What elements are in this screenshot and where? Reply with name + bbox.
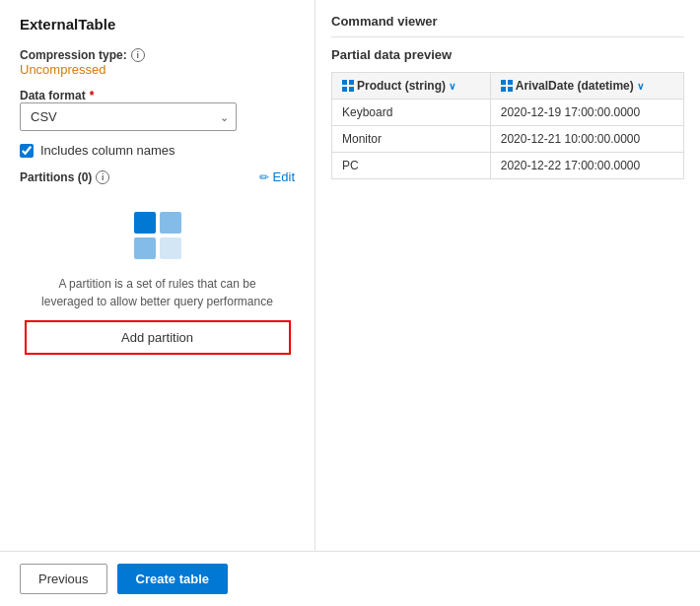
- cell-product: PC: [332, 153, 491, 179]
- edit-link[interactable]: ✏ Edit: [259, 169, 295, 184]
- cell-date: 2020-12-22 17:00:00.0000: [490, 153, 683, 179]
- create-table-button[interactable]: Create table: [117, 564, 228, 594]
- svg-rect-11: [508, 80, 513, 85]
- panel-title: ExternalTable: [20, 16, 295, 33]
- add-partition-button[interactable]: Add partition: [25, 320, 291, 355]
- includes-column-names-checkbox[interactable]: [20, 144, 34, 158]
- previous-button[interactable]: Previous: [20, 564, 107, 594]
- partial-preview-title: Partial data preview: [331, 47, 684, 62]
- product-col-icon: [342, 80, 354, 92]
- cell-date: 2020-12-19 17:00:00.0000: [490, 100, 683, 126]
- partition-illustration: A partition is a set of rules that can b…: [20, 196, 295, 361]
- partitions-label: Partitions (0) i: [20, 170, 109, 184]
- cell-product: Monitor: [332, 126, 491, 153]
- data-preview-table: Product (string) ∨: [331, 72, 684, 179]
- compression-section: Compression type: i Uncompressed: [20, 48, 295, 77]
- partition-icon: [128, 206, 187, 265]
- compression-value: Uncompressed: [20, 62, 295, 77]
- date-col-icon: [501, 80, 513, 92]
- required-star: *: [90, 89, 95, 102]
- svg-rect-8: [342, 87, 347, 92]
- table-header: Product (string) ∨: [332, 73, 684, 100]
- svg-rect-1: [160, 212, 181, 234]
- pencil-icon: ✏: [259, 170, 269, 184]
- footer: Previous Create table: [0, 551, 700, 606]
- svg-rect-10: [501, 80, 506, 85]
- partitions-info-icon[interactable]: i: [96, 170, 109, 184]
- svg-rect-12: [501, 87, 506, 92]
- table-row: PC2020-12-22 17:00:00.0000: [332, 153, 684, 179]
- cell-product: Keyboard: [332, 100, 491, 126]
- left-panel: ExternalTable Compression type: i Uncomp…: [0, 0, 315, 551]
- compression-info-icon[interactable]: i: [131, 48, 145, 62]
- column-header-product: Product (string) ∨: [332, 73, 491, 100]
- svg-rect-13: [508, 87, 513, 92]
- svg-rect-6: [342, 80, 347, 85]
- svg-rect-3: [160, 237, 181, 259]
- column-header-date: ArivalDate (datetime) ∨: [490, 73, 683, 100]
- table-row: Keyboard2020-12-19 17:00:00.0000: [332, 100, 684, 126]
- right-panel: Command viewer Partial data preview: [315, 0, 700, 551]
- includes-column-names-row: Includes column names: [20, 143, 295, 158]
- svg-rect-7: [349, 80, 354, 85]
- svg-rect-2: [134, 237, 156, 259]
- includes-column-names-label: Includes column names: [40, 143, 175, 158]
- cell-date: 2020-12-21 10:00:00.0000: [490, 126, 683, 153]
- partitions-row: Partitions (0) i ✏ Edit: [20, 169, 295, 184]
- command-viewer-title: Command viewer: [331, 14, 684, 37]
- data-format-label: Data format *: [20, 89, 295, 102]
- data-format-wrapper: CSV JSON Parquet TSV ⌄: [20, 102, 237, 131]
- svg-rect-0: [134, 212, 156, 234]
- data-format-section: Data format * CSV JSON Parquet TSV ⌄: [20, 89, 295, 131]
- sort-product-icon[interactable]: ∨: [449, 81, 455, 92]
- compression-label: Compression type: i: [20, 48, 295, 62]
- table-row: Monitor2020-12-21 10:00:00.0000: [332, 126, 684, 153]
- partition-description: A partition is a set of rules that can b…: [39, 275, 276, 310]
- sort-date-icon[interactable]: ∨: [637, 81, 644, 92]
- data-format-select[interactable]: CSV JSON Parquet TSV: [20, 102, 237, 131]
- table-body: Keyboard2020-12-19 17:00:00.0000Monitor2…: [332, 100, 684, 179]
- svg-rect-9: [349, 87, 354, 92]
